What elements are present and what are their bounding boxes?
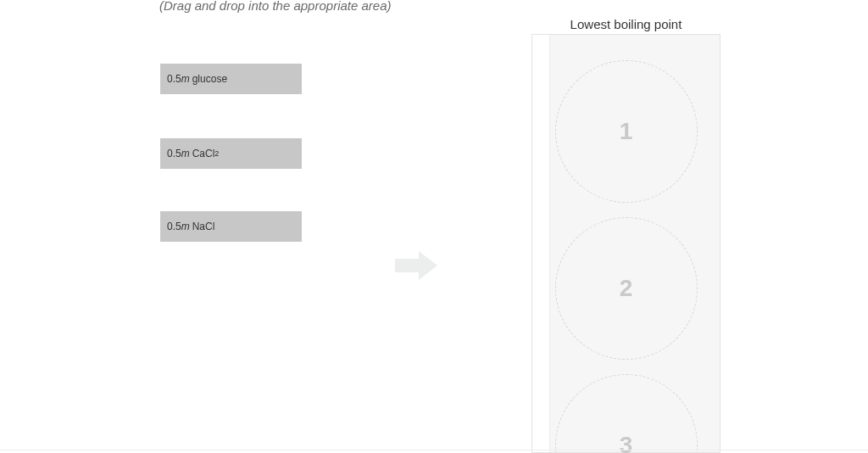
molality-unit: m (181, 221, 190, 232)
drag-item-cacl2[interactable]: 0.5 m CaCl 2 (160, 138, 302, 169)
drag-item-nacl[interactable]: 0.5 m NaCl (160, 211, 302, 242)
drop-slot-2[interactable]: 2 (555, 217, 698, 360)
drop-column: 1 2 3 (531, 34, 721, 453)
item-prefix: 0.5 (167, 221, 181, 232)
arrow-right-icon (395, 251, 437, 280)
compound-name: CaCl (192, 148, 215, 159)
compound-name: NaCl (192, 221, 215, 232)
drop-slot-3[interactable]: 3 (555, 374, 698, 453)
compound-name: glucose (192, 73, 227, 85)
compound-subscript: 2 (214, 149, 219, 158)
item-prefix: 0.5 (167, 73, 181, 85)
bottom-divider (0, 450, 868, 450)
drop-slot-1[interactable]: 1 (555, 60, 698, 203)
instruction-text: (Drag and drop into the appropriate area… (159, 0, 392, 13)
molality-unit: m (181, 148, 190, 159)
item-prefix: 0.5 (167, 148, 181, 159)
ranking-top-label: Lowest boiling point (531, 17, 721, 31)
molality-unit: m (181, 73, 190, 85)
drag-item-glucose[interactable]: 0.5 m glucose (160, 64, 302, 94)
svg-marker-0 (395, 251, 437, 280)
drop-column-gutter (532, 35, 550, 452)
